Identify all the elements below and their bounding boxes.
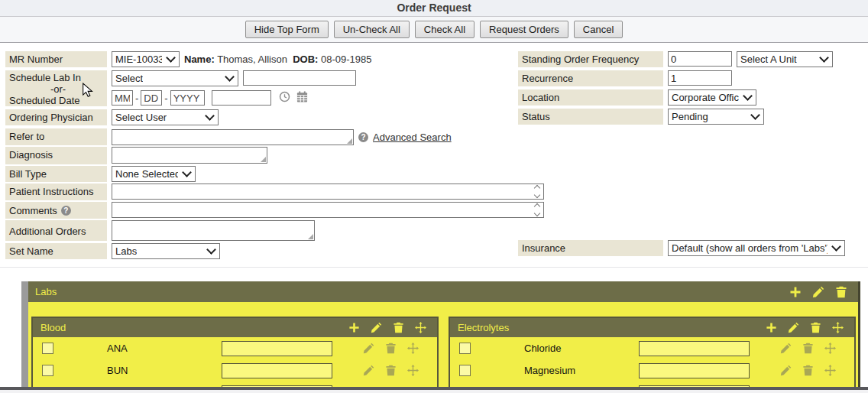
- lab-group-title: Electrolytes: [458, 322, 766, 333]
- scroll-arrows-icon: [533, 204, 541, 216]
- refer-to-textarea[interactable]: [112, 129, 354, 145]
- patient-instructions-label: Patient Instructions: [5, 184, 107, 200]
- advanced-search-link[interactable]: Advanced Search: [373, 132, 452, 143]
- delete-icon[interactable]: [385, 343, 397, 354]
- edit-icon[interactable]: [780, 343, 792, 354]
- request-orders-button[interactable]: Request Orders: [480, 21, 568, 38]
- mr-number-select[interactable]: MIE-10033: [112, 51, 180, 67]
- chevron-down-icon: [831, 242, 841, 252]
- set-name-label: Set Name: [5, 243, 107, 259]
- additional-orders-label: Additional Orders: [5, 220, 107, 241]
- row-bill-type: Bill Type None Selected: [5, 166, 516, 182]
- diagnosis-textarea[interactable]: [112, 147, 267, 164]
- row-location: Location Corporate Office: [518, 89, 863, 106]
- lab-order-row: Calcium: [33, 382, 437, 387]
- delete-icon[interactable]: [802, 343, 814, 354]
- date-yyyy-input[interactable]: [170, 90, 205, 106]
- labs-panel-header: Labs: [28, 281, 858, 302]
- add-icon[interactable]: [766, 322, 777, 333]
- location-select[interactable]: Corporate Office: [668, 89, 756, 106]
- move-icon[interactable]: [832, 322, 844, 333]
- standing-order-frequency-input[interactable]: [668, 51, 732, 67]
- frequency-unit-select[interactable]: Select A Unit: [737, 51, 833, 67]
- set-name-select[interactable]: Labs: [112, 243, 220, 259]
- row-recurrence: Recurrence: [518, 70, 863, 86]
- row-standing-order-frequency: Standing Order Frequency Select A Unit: [518, 51, 863, 67]
- help-icon[interactable]: ?: [358, 132, 368, 142]
- chevron-down-icon: [750, 110, 760, 120]
- insurance-select[interactable]: Default (show all orders from 'Labs'): [668, 240, 845, 256]
- chevron-down-icon: [743, 91, 753, 101]
- move-icon[interactable]: [824, 343, 836, 354]
- schedule-lab-in-input[interactable]: [243, 70, 356, 86]
- delete-icon[interactable]: [802, 365, 814, 376]
- edit-icon[interactable]: [788, 322, 799, 333]
- row-insurance: Insurance Default (show all orders from …: [518, 240, 863, 256]
- additional-orders-textarea[interactable]: [112, 220, 315, 241]
- time-input[interactable]: [212, 90, 271, 106]
- move-icon[interactable]: [407, 365, 419, 376]
- refer-to-label: Refer to: [5, 128, 107, 145]
- hide-top-form-button[interactable]: Hide Top Form: [245, 21, 329, 38]
- delete-icon[interactable]: [385, 365, 397, 376]
- add-icon[interactable]: [789, 286, 802, 298]
- order-value-input[interactable]: [639, 341, 750, 356]
- order-value-input[interactable]: [639, 363, 750, 378]
- lab-group-header: Electrolytes: [450, 318, 854, 337]
- order-checkbox[interactable]: [459, 365, 471, 376]
- delete-icon[interactable]: [810, 322, 821, 333]
- move-icon[interactable]: [824, 365, 836, 376]
- edit-icon[interactable]: [812, 286, 824, 298]
- chevron-down-icon: [182, 167, 192, 177]
- order-row-actions: [363, 365, 419, 376]
- order-row-actions: [780, 365, 836, 376]
- schedule-lab-in-select[interactable]: Select: [112, 70, 238, 86]
- order-value-input[interactable]: [222, 363, 332, 378]
- calendar-icon[interactable]: [296, 91, 308, 105]
- recurrence-input[interactable]: [668, 70, 732, 86]
- comments-textarea[interactable]: [112, 202, 544, 218]
- row-diagnosis: Diagnosis: [5, 147, 516, 164]
- order-label: Magnesium: [524, 365, 639, 376]
- order-value-input[interactable]: [222, 341, 332, 356]
- row-mr-number: MR Number MIE-10033 Name: Thomas, Alliso…: [5, 51, 516, 67]
- bottom-strip: [0, 390, 868, 393]
- delete-icon[interactable]: [835, 286, 847, 298]
- delete-icon[interactable]: [393, 322, 404, 333]
- bill-type-select[interactable]: None Selected: [112, 166, 196, 182]
- order-checkbox[interactable]: [42, 365, 53, 376]
- chevron-down-icon: [225, 72, 235, 82]
- edit-icon[interactable]: [363, 343, 374, 354]
- date-mm-input[interactable]: [112, 90, 133, 106]
- move-icon[interactable]: [407, 343, 419, 354]
- edit-icon[interactable]: [371, 322, 382, 333]
- mouse-cursor: [81, 83, 94, 99]
- row-refer-to: Refer to ? Advanced Search: [5, 128, 516, 145]
- help-icon[interactable]: ?: [61, 206, 71, 216]
- cancel-button[interactable]: Cancel: [574, 21, 623, 38]
- row-ordering-physician: Ordering Physician Select User: [5, 109, 516, 125]
- edit-icon[interactable]: [363, 365, 374, 376]
- lab-group-actions: [348, 322, 426, 333]
- page-title: Order Request: [397, 2, 471, 14]
- scroll-arrows-icon: [533, 186, 541, 197]
- row-comments: Comments ?: [5, 202, 516, 219]
- move-icon[interactable]: [415, 322, 426, 333]
- order-label: BUN: [107, 365, 222, 376]
- check-all-button[interactable]: Check All: [415, 21, 474, 38]
- order-checkbox[interactable]: [42, 343, 53, 354]
- chevron-down-icon: [205, 111, 215, 121]
- lab-order-row: BUN: [33, 359, 437, 382]
- ordering-physician-label: Ordering Physician: [5, 109, 107, 125]
- bill-type-label: Bill Type: [5, 166, 107, 182]
- location-label: Location: [518, 89, 663, 106]
- edit-icon[interactable]: [780, 365, 792, 376]
- clock-icon[interactable]: [279, 91, 290, 105]
- add-icon[interactable]: [348, 322, 360, 333]
- status-select[interactable]: Pending: [668, 109, 764, 125]
- date-dd-input[interactable]: [141, 90, 162, 106]
- order-checkbox[interactable]: [459, 343, 471, 354]
- un-check-all-button[interactable]: Un-Check All: [334, 21, 410, 38]
- patient-instructions-textarea[interactable]: [112, 184, 544, 200]
- ordering-physician-select[interactable]: Select User: [112, 109, 219, 125]
